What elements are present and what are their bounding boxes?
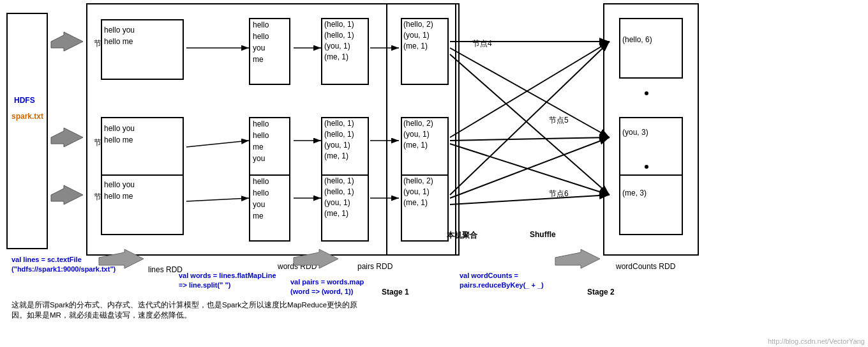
pairs1-text: (hello, 1)(hello, 1)(you, 1)(me, 1) xyxy=(324,19,354,63)
shuffle-label: Shuffle xyxy=(530,230,556,239)
result3-box xyxy=(619,174,683,235)
local-agg-label: 本机聚合 xyxy=(447,230,477,241)
diagram: HDFS spark.txt 节点1 hello you hello me 节点… xyxy=(0,0,868,347)
svg-line-19 xyxy=(450,144,610,195)
svg-line-22 xyxy=(450,195,610,204)
stage1-label: Stage 1 xyxy=(382,288,409,297)
code1: val lines = sc.textFile xyxy=(11,256,82,263)
desc1: 这就是所谓Spark的分布式、内存式、迭代式的计算模型，也是Spark之所以速度… xyxy=(11,300,357,310)
node1-data: hello you hello me xyxy=(104,24,135,47)
svg-line-15 xyxy=(450,48,610,137)
wordcounts-rdd-label: wordCounts RDD xyxy=(616,262,675,271)
desc2: 因。如果是MR，就必须走磁盘读写，速度必然降低。 xyxy=(11,311,191,320)
local2-text: (hello, 2)(you, 1)(me, 1) xyxy=(403,118,433,151)
dot1 xyxy=(645,91,648,95)
spark-txt-label: spark.txt xyxy=(11,112,43,121)
result1-text: (hello, 6) xyxy=(622,35,652,44)
node6-label: 节点6 xyxy=(549,189,569,199)
local1-text: (hello, 2)(you, 1)(me, 1) xyxy=(403,19,433,52)
hdfs-box xyxy=(6,13,48,249)
svg-marker-2 xyxy=(51,32,83,51)
svg-line-16 xyxy=(450,54,610,195)
pairs-rdd-label: pairs RDD xyxy=(357,262,393,271)
result3-text: (me, 3) xyxy=(622,189,647,197)
code2: val words = lines.flatMapLine xyxy=(179,272,276,279)
pairs2-text: (hello, 1)(hello, 1)(you, 1)(me, 1) xyxy=(324,118,354,162)
words3-text: hellohelloyoume xyxy=(253,176,269,222)
svg-line-18 xyxy=(450,137,610,141)
code1b: ("hdfs://spark1:9000/spark.txt") xyxy=(11,265,116,273)
svg-marker-4 xyxy=(51,185,83,204)
words1-text: hellohelloyoume xyxy=(253,19,269,65)
dot2 xyxy=(645,165,648,169)
svg-marker-25 xyxy=(555,249,600,268)
svg-line-17 xyxy=(450,42,610,137)
svg-line-20 xyxy=(450,42,610,195)
lines-rdd-label: lines RDD xyxy=(148,265,183,274)
hdfs-label: HDFS xyxy=(14,96,35,105)
node5-label: 节点5 xyxy=(549,115,569,126)
svg-line-21 xyxy=(450,137,610,198)
code3: val pairs = words.map xyxy=(290,278,364,286)
code2b: => line.split(" ") xyxy=(179,281,230,289)
code4b: pairs.reduceByKey(_ + _) xyxy=(460,281,544,289)
svg-marker-3 xyxy=(51,128,83,147)
words-rdd-label: words RDD xyxy=(278,262,317,271)
local3-text: (hello, 2)(you, 1)(me, 1) xyxy=(403,176,433,208)
watermark: http://blog.csdn.net/VectorYang xyxy=(768,337,865,345)
code3b: (word => (word, 1)) xyxy=(290,288,353,295)
result2-text: (you, 3) xyxy=(622,128,648,137)
words2-text: hellohellomeyou xyxy=(253,118,269,164)
node2-data: hello you hello me xyxy=(104,123,135,146)
node3-data: hello you hello me xyxy=(104,179,135,202)
result1-box xyxy=(619,18,683,79)
stage2-label: Stage 2 xyxy=(587,288,615,297)
pairs3-text: (hello, 1)(hello, 1)(you, 1)(me, 1) xyxy=(324,176,354,219)
code4: val wordCounts = xyxy=(460,272,518,279)
result2-box xyxy=(619,117,683,178)
node4-label: 节点4 xyxy=(472,38,492,49)
